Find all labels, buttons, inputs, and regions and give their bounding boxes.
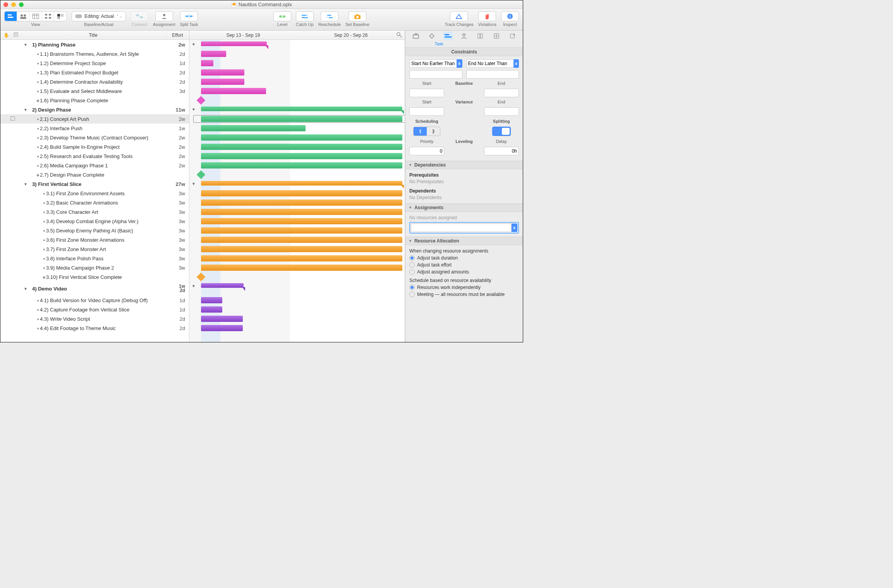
outline-row[interactable]: ●3.2) Basic Character Animations3w (0, 198, 189, 207)
gantt-row[interactable] (189, 305, 405, 314)
gantt-collapse-icon[interactable]: ▼ (192, 42, 196, 46)
outline-row[interactable]: ●1.5) Evaluate and Select Middleware3d (0, 86, 189, 96)
meeting-radio[interactable]: Meeting — all resources must be availabl… (409, 292, 519, 297)
gantt-row[interactable] (189, 151, 405, 161)
task-bar[interactable] (201, 60, 213, 66)
outline-row[interactable]: ●2.1) Concept Art Push2w (0, 114, 189, 124)
gantt-row[interactable] (189, 142, 405, 151)
hand-column-header[interactable]: ✋ (0, 33, 10, 38)
gantt-row[interactable] (189, 217, 405, 226)
dependencies-header[interactable]: ▼Dependencies (405, 161, 523, 169)
task-bar[interactable] (201, 125, 306, 131)
gantt-row[interactable]: ▼ (189, 40, 405, 49)
track-changes-button[interactable] (450, 11, 468, 21)
gantt-row[interactable] (189, 77, 405, 86)
task-bar[interactable] (201, 325, 243, 331)
outline-row[interactable]: ▼3) First Vertical Slice27w (0, 179, 189, 189)
outline-row[interactable]: ●1.1) Brainstorm Themes, Audience, Art S… (0, 49, 189, 58)
gantt-row[interactable] (189, 272, 405, 282)
gantt-row[interactable] (189, 226, 405, 235)
zoom-window-button[interactable] (19, 2, 24, 7)
outline-row[interactable]: ●4.1) Build Version for Video Capture (D… (0, 296, 189, 305)
gantt-row[interactable] (189, 161, 405, 170)
week-header-1[interactable]: Sep 13 - Sep 19 (189, 33, 297, 38)
start-constraint-date[interactable] (409, 70, 462, 79)
assignment-select[interactable] (411, 224, 512, 232)
end-constraint-select[interactable]: End No Later Than (466, 59, 519, 68)
violations-button[interactable] (478, 11, 496, 21)
gantt-body[interactable]: ▼▼▼▼ (189, 40, 405, 342)
gantt-row[interactable] (189, 68, 405, 77)
gantt-row[interactable] (189, 291, 405, 296)
effort-column-header[interactable]: Effort (166, 33, 189, 38)
disclosure-triangle-icon[interactable]: ▼ (24, 182, 28, 186)
outline-row[interactable]: ▼4) Demo Video1w2d (0, 282, 189, 296)
split-task-button[interactable] (180, 11, 198, 21)
outline-row[interactable]: ●3.4) Develop Combat Engine (Alpha Ver.)… (0, 217, 189, 226)
gantt-collapse-icon[interactable]: ▼ (192, 284, 196, 288)
note-column-header[interactable] (10, 32, 21, 38)
task-bar[interactable] (201, 246, 402, 252)
set-baseline-button[interactable] (349, 11, 366, 21)
assignment-picker[interactable] (409, 222, 519, 234)
inspector-tab-project[interactable] (411, 32, 421, 40)
reschedule-button[interactable] (321, 11, 338, 21)
baseline-actual-dropdown[interactable]: Editing: Actual ⌃⌄ (72, 11, 126, 21)
inspector-tab-milestone[interactable] (427, 32, 437, 40)
outline-rows[interactable]: ▼1) Planning Phase2w●1.1) Brainstorm The… (0, 40, 189, 342)
task-bar[interactable] (201, 153, 402, 159)
outline-row[interactable]: ●2.2) Interface Push1w (0, 124, 189, 133)
task-bar[interactable] (201, 190, 402, 196)
inspector-tab-task[interactable] (443, 32, 453, 40)
gantt-row[interactable] (189, 58, 405, 68)
outline-row[interactable]: ●2.3) Develop Theme Music (Contract Comp… (0, 133, 189, 142)
gantt-row[interactable]: ▼ (189, 105, 405, 114)
outline-row[interactable]: ◆2.7) Design Phase Complete (0, 170, 189, 179)
level-button[interactable] (273, 11, 291, 21)
gantt-row[interactable] (189, 323, 405, 333)
adjust-amounts-radio[interactable]: Adjust assigned amounts (409, 269, 519, 275)
task-bar[interactable] (201, 88, 266, 94)
task-bar[interactable] (201, 51, 226, 57)
gantt-row[interactable] (189, 254, 405, 263)
task-bar[interactable] (201, 199, 402, 206)
gantt-collapse-icon[interactable]: ▼ (192, 107, 196, 112)
task-bar[interactable] (201, 218, 402, 224)
task-bar[interactable] (201, 79, 244, 85)
schedule-alap-button[interactable]: ⟫ (427, 127, 440, 136)
inspector-tab-resource[interactable] (459, 32, 469, 40)
disclosure-triangle-icon[interactable]: ▼ (24, 108, 28, 112)
outline-row[interactable]: ●3.6) First Zone Monster Animations3w (0, 235, 189, 244)
splitting-toggle[interactable] (492, 127, 511, 136)
calendar-view-button[interactable] (29, 11, 42, 21)
end-constraint-date[interactable] (466, 70, 519, 79)
task-bar[interactable] (201, 316, 243, 322)
gantt-row[interactable] (189, 263, 405, 272)
outline-row[interactable]: ●3.5) Develop Enemy Pathing AI (Basic)3w (0, 226, 189, 235)
summary-bar[interactable] (201, 181, 402, 186)
styles-view-button[interactable] (54, 11, 67, 21)
outline-row[interactable]: ●1.3) Plan Estimated Project Budget2d (0, 68, 189, 77)
network-view-button[interactable] (42, 11, 54, 21)
variance-start-field[interactable] (409, 107, 444, 116)
gantt-row[interactable] (189, 296, 405, 305)
gantt-row[interactable] (189, 198, 405, 207)
title-column-header[interactable]: Title (21, 33, 166, 38)
task-bar[interactable] (201, 116, 402, 122)
gantt-row[interactable] (189, 314, 405, 323)
task-bar[interactable] (201, 265, 402, 271)
milestone-diamond[interactable] (197, 96, 206, 105)
outline-row[interactable]: ●3.9) Media Campaign Phase 23w (0, 263, 189, 272)
outline-row[interactable]: ●2.5) Research and Evaluate Testing Tool… (0, 151, 189, 161)
outline-row[interactable]: ●4.4) Edit Footage to Theme Music2d (0, 323, 189, 333)
inspector-tab-custom[interactable] (491, 32, 501, 40)
summary-bar[interactable] (201, 283, 244, 288)
assignment-button[interactable] (155, 11, 173, 21)
task-bar[interactable] (201, 227, 402, 234)
outline-row[interactable]: ●3.1) First Zone Environment Assets3w (0, 189, 189, 198)
outline-row[interactable]: ●3.3) Core Character Art3w (0, 207, 189, 217)
view-segmented[interactable] (4, 11, 67, 21)
week-header-2[interactable]: Sep 20 - Sep 26 (297, 33, 405, 38)
gantt-row[interactable] (189, 114, 405, 124)
schedule-asap-button[interactable]: ⟪ (414, 127, 427, 136)
